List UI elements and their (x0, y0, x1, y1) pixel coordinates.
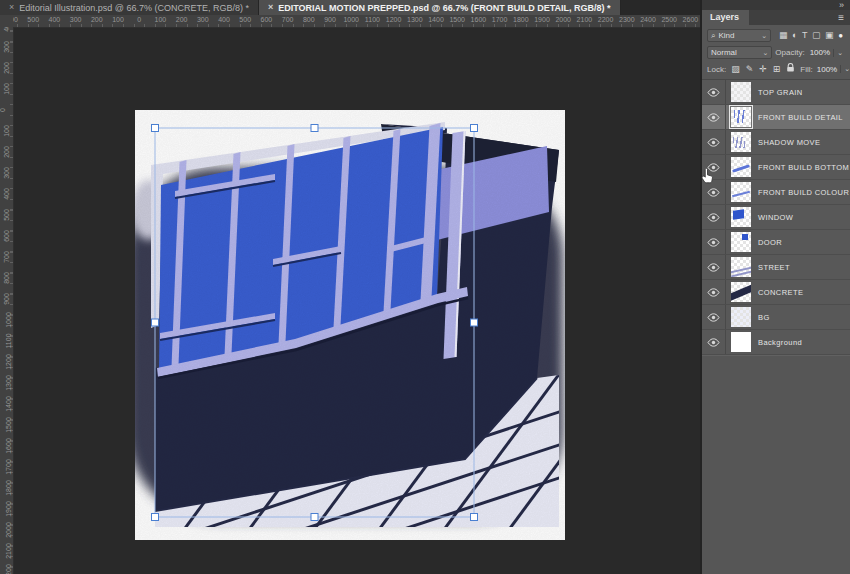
layer-thumbnail[interactable] (731, 282, 751, 302)
h-ruler-label: 600 (261, 16, 273, 23)
layer-thumbnail[interactable] (731, 257, 751, 277)
lock-pixels-icon[interactable]: ✎ (746, 64, 754, 74)
visibility-toggle[interactable] (702, 80, 726, 104)
visibility-toggle[interactable] (702, 230, 726, 254)
eye-icon[interactable] (707, 163, 720, 172)
blend-mode-value: Normal (711, 48, 737, 57)
h-ruler-label: 2600 (683, 16, 699, 23)
vertical-ruler[interactable]: 4003002001000100200300400500600700800900… (0, 27, 14, 574)
v-ruler-label: 800 (3, 272, 10, 284)
tab-editorial-motion-prepped[interactable]: × EDITORIAL MOTION PREPPED.psd @ 66.7% (… (259, 0, 621, 15)
eye-icon[interactable] (707, 213, 720, 222)
close-icon[interactable]: × (268, 0, 273, 15)
visibility-toggle[interactable] (702, 180, 726, 204)
eye-icon[interactable] (707, 113, 720, 122)
panel-menu-icon[interactable]: ≡ (832, 10, 850, 25)
eye-icon[interactable] (707, 238, 720, 247)
layer-row-front-build-colour[interactable]: FRONT BUILD COLOUR (702, 180, 850, 205)
filter-type-icon[interactable]: T (802, 29, 808, 42)
layer-filter-kind-select[interactable]: ⌕ Kind ⌄ (707, 29, 771, 42)
v-ruler-label: 2200 (5, 564, 12, 574)
v-ruler-label: 2100 (5, 543, 12, 559)
eye-icon[interactable] (707, 338, 720, 347)
canvas[interactable] (135, 110, 565, 540)
lock-position-icon[interactable]: ✛ (759, 64, 767, 74)
lock-artboard-icon[interactable]: ⊞ (773, 64, 781, 74)
layer-name: DOOR (758, 238, 782, 247)
layer-thumbnail[interactable] (731, 132, 751, 152)
visibility-toggle[interactable] (702, 305, 726, 329)
v-ruler-label: 2000 (5, 522, 12, 538)
visibility-toggle[interactable] (702, 205, 726, 229)
v-ruler-label: 1200 (5, 354, 12, 370)
v-ruler-label: 100 (3, 83, 10, 95)
layer-thumbnail[interactable] (731, 157, 751, 177)
layer-row-door[interactable]: DOOR (702, 230, 850, 255)
v-ruler-label: 1500 (5, 417, 12, 433)
filter-pixel-icon[interactable]: ▦ (779, 29, 788, 42)
eye-icon[interactable] (707, 138, 720, 147)
layer-thumbnail[interactable] (731, 182, 751, 202)
filter-smart-object-icon[interactable]: ▣ (825, 29, 834, 42)
layer-thumbnail[interactable] (731, 232, 751, 252)
layer-row-shadow-move[interactable]: SHADOW MOVE (702, 130, 850, 155)
h-ruler-label: 2400 (640, 16, 656, 23)
layer-row-street[interactable]: STREET (702, 255, 850, 280)
layer-row-front-build-bottom[interactable]: FRONT BUILD BOTTOM (702, 155, 850, 180)
h-ruler-label: 900 (324, 16, 336, 23)
filter-shape-icon[interactable]: ▢ (812, 29, 821, 42)
chevron-down-icon: ⌄ (757, 32, 767, 40)
eye-icon[interactable] (707, 313, 720, 322)
fill-input[interactable]: 100% ⌄ (815, 63, 850, 75)
visibility-toggle[interactable] (702, 330, 726, 354)
layer-row-background[interactable]: Background (702, 330, 850, 355)
blend-mode-select[interactable]: Normal ⌄ (707, 46, 772, 59)
visibility-toggle[interactable] (702, 255, 726, 279)
v-ruler-label: 1600 (5, 438, 12, 454)
opacity-input[interactable]: 100% ⌄ (808, 47, 845, 59)
visibility-toggle[interactable] (702, 155, 726, 179)
h-ruler-label: 100 (155, 16, 167, 23)
lock-all-icon[interactable] (786, 63, 795, 75)
layer-thumbnail[interactable] (731, 307, 751, 327)
horizontal-ruler[interactable]: 6005004003002001000100200300400500600700… (13, 15, 700, 28)
chevron-down-icon: ⌄ (840, 65, 850, 73)
layers-list: TOP GRAINFRONT BUILD DETAILSHADOW MOVEFR… (702, 79, 850, 355)
h-ruler-label: 600 (13, 16, 18, 23)
v-ruler-label: 0 (0, 108, 6, 112)
canvas-artwork (135, 110, 565, 540)
layer-row-concrete[interactable]: CONCRETE (702, 280, 850, 305)
h-ruler-label: 2100 (577, 16, 593, 23)
layer-row-window[interactable]: WINDOW (702, 205, 850, 230)
layer-thumbnail[interactable] (731, 107, 751, 127)
tab-layers[interactable]: Layers (702, 10, 749, 25)
eye-icon[interactable] (707, 263, 720, 272)
h-ruler-label: 1100 (365, 16, 380, 23)
h-ruler-label: 200 (176, 16, 188, 23)
h-ruler-label: 1000 (343, 16, 359, 23)
visibility-toggle[interactable] (702, 130, 726, 154)
layer-thumbnail[interactable] (731, 207, 751, 227)
collapse-panels-icon[interactable]: » (839, 0, 844, 10)
eye-icon[interactable] (707, 288, 720, 297)
layer-thumbnail[interactable] (731, 332, 751, 352)
h-ruler-label: 800 (303, 16, 315, 23)
lock-label: Lock: (707, 65, 726, 74)
layer-row-bg[interactable]: BG (702, 305, 850, 330)
h-ruler-label: 500 (239, 16, 251, 23)
visibility-toggle[interactable] (702, 280, 726, 304)
layer-row-top-grain[interactable]: TOP GRAIN (702, 80, 850, 105)
v-ruler-label: 700 (3, 251, 10, 263)
h-ruler-label: 2000 (555, 16, 571, 23)
tab-editorial-illustration[interactable]: × Editorial Illustration.psd @ 66.7% (CO… (0, 0, 259, 15)
layer-thumbnail[interactable] (731, 82, 751, 102)
v-ruler-label: 400 (3, 188, 10, 200)
filter-adjustment-icon[interactable]: ◐ (792, 29, 797, 42)
eye-icon[interactable] (707, 188, 720, 197)
visibility-toggle[interactable] (702, 105, 726, 129)
close-icon[interactable]: × (9, 0, 14, 15)
lock-transparency-icon[interactable]: ▨ (731, 64, 740, 74)
eye-icon[interactable] (707, 88, 720, 97)
layer-row-front-build-detail[interactable]: FRONT BUILD DETAIL (702, 105, 850, 130)
filter-toggle-icon[interactable]: ● (838, 29, 843, 42)
